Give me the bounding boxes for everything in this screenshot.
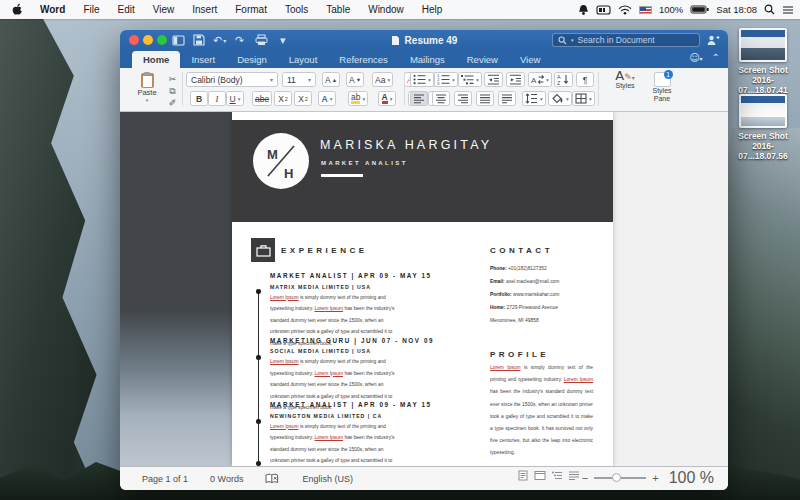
menu-items: WordFileEditViewInsertFormatToolsTableWi…: [31, 4, 451, 15]
toolbar-more-icon[interactable]: ▾: [280, 32, 286, 48]
strikethrough-button[interactable]: abe: [252, 91, 272, 106]
text-direction-button[interactable]: A: [528, 72, 552, 87]
spellcheck-icon[interactable]: [265, 473, 280, 485]
tab-insert[interactable]: Insert: [180, 51, 226, 68]
document-page[interactable]: M H MARISKA HARGITAY MARKET ANALIST EXPE…: [232, 112, 613, 466]
tab-view[interactable]: View: [509, 51, 551, 68]
line-spacing-button[interactable]: [522, 91, 546, 106]
numbering-button[interactable]: 123: [434, 72, 458, 87]
zoom-out-button[interactable]: −: [582, 472, 588, 484]
spotlight-icon[interactable]: [764, 4, 775, 15]
bell-icon[interactable]: [578, 4, 589, 16]
copy-icon[interactable]: ⧉: [166, 85, 179, 97]
bullets-button[interactable]: [410, 72, 434, 87]
zoom-in-button[interactable]: +: [652, 472, 658, 484]
zoom-button[interactable]: [157, 35, 167, 45]
align-distribute-button[interactable]: [498, 91, 516, 106]
borders-button[interactable]: [572, 91, 595, 106]
subscript-button[interactable]: X2: [274, 91, 292, 106]
change-case-button[interactable]: Aa: [372, 72, 393, 87]
minimize-button[interactable]: [143, 35, 153, 45]
tab-review[interactable]: Review: [456, 51, 509, 68]
format-painter-icon[interactable]: ✐: [166, 97, 179, 109]
close-button[interactable]: [129, 35, 139, 45]
print-icon[interactable]: [255, 32, 268, 48]
sidebar-toggle-icon[interactable]: [172, 32, 185, 48]
tab-references[interactable]: References: [328, 51, 399, 68]
superscript-button[interactable]: X2: [294, 91, 312, 106]
menu-item-file[interactable]: File: [74, 4, 108, 15]
menu-item-edit[interactable]: Edit: [109, 4, 144, 15]
shrink-font-button[interactable]: A▼: [346, 72, 364, 87]
zoom-percent[interactable]: 100 %: [669, 469, 714, 487]
align-center-button[interactable]: [432, 91, 450, 106]
font-size-select[interactable]: 11: [282, 72, 316, 87]
outline-view-icon[interactable]: [551, 470, 563, 481]
multilevel-list-button[interactable]: [458, 72, 482, 87]
show-marks-button[interactable]: ¶: [576, 72, 594, 87]
tab-layout[interactable]: Layout: [278, 51, 329, 68]
underline-button[interactable]: U: [226, 91, 244, 106]
menu-bar-clock[interactable]: Sat 18:08: [716, 4, 757, 15]
font-name-select[interactable]: Calibri (Body): [186, 72, 278, 87]
print-layout-view-icon[interactable]: [517, 470, 529, 481]
search-input[interactable]: ▾ Search in Document: [552, 33, 700, 47]
sort-button[interactable]: AZ: [554, 72, 573, 87]
align-right-button[interactable]: [454, 91, 472, 106]
feedback-smiley-icon[interactable]: ☺▾: [689, 52, 702, 63]
menu-item-format[interactable]: Format: [226, 4, 276, 15]
word-count[interactable]: 0 Words: [210, 474, 243, 484]
menu-item-word[interactable]: Word: [31, 4, 74, 15]
grow-font-button[interactable]: A▲: [322, 72, 340, 87]
body-text: has been the industry's standard dummy t…: [490, 389, 593, 455]
increase-indent-button[interactable]: [506, 72, 525, 87]
contact-label: Email:: [490, 279, 506, 284]
language-indicator[interactable]: English (US): [302, 474, 353, 484]
text-effects-button[interactable]: A: [318, 91, 336, 106]
menu-item-insert[interactable]: Insert: [183, 4, 226, 15]
zoom-slider-thumb[interactable]: [612, 473, 621, 482]
window-title-bar[interactable]: ↶▾ ↷ ▾ Resume 49 ▾ Search in Document: [120, 30, 728, 50]
styles-button[interactable]: A✎▾ Styles: [608, 72, 642, 89]
input-source-flag-icon[interactable]: [639, 6, 652, 14]
redo-icon[interactable]: ↷: [235, 32, 244, 48]
collapse-ribbon-icon[interactable]: ⌃: [712, 52, 720, 63]
zoom-slider[interactable]: [594, 477, 646, 479]
contact-label: Home:: [490, 305, 507, 310]
desktop-icon-screenshot[interactable]: Screen Shot2016-07...18.07.41: [730, 28, 796, 95]
battery-percent: 100%: [659, 4, 683, 15]
apple-menu-icon[interactable]: [0, 3, 31, 16]
paste-button[interactable]: Paste ▾: [132, 72, 162, 107]
draft-view-icon[interactable]: [568, 470, 580, 481]
save-icon[interactable]: [193, 32, 205, 48]
align-justify-button[interactable]: [476, 91, 494, 106]
desktop-icon-screenshot[interactable]: Screen Shot2016-07...18.07.56: [730, 94, 796, 161]
share-person-icon[interactable]: [706, 32, 720, 48]
tab-home[interactable]: Home: [132, 51, 180, 68]
menu-item-table[interactable]: Table: [317, 4, 359, 15]
cut-icon[interactable]: ✂: [166, 73, 179, 85]
wifi-icon[interactable]: [618, 5, 632, 15]
menu-item-tools[interactable]: Tools: [276, 4, 317, 15]
decrease-indent-button[interactable]: [484, 72, 503, 87]
font-color-button[interactable]: A: [378, 91, 396, 106]
highlight-button[interactable]: ab: [348, 91, 368, 106]
menu-item-view[interactable]: View: [144, 4, 184, 15]
undo-icon[interactable]: ↶▾: [213, 32, 226, 48]
styles-pane-button[interactable]: 1 Styles Pane: [644, 72, 680, 102]
italic-button[interactable]: I: [208, 91, 226, 106]
web-layout-view-icon[interactable]: [534, 470, 546, 481]
menu-item-window[interactable]: Window: [359, 4, 413, 15]
notification-center-icon[interactable]: [782, 5, 794, 15]
svg-text:A: A: [531, 76, 537, 85]
tab-design[interactable]: Design: [226, 51, 278, 68]
menu-item-help[interactable]: Help: [413, 4, 452, 15]
battery-icon[interactable]: [690, 5, 709, 14]
shading-button[interactable]: [548, 91, 572, 106]
page-count[interactable]: Page 1 of 1: [142, 474, 188, 484]
keyboard-battery-icon[interactable]: [596, 5, 611, 15]
tab-mailings[interactable]: Mailings: [399, 51, 456, 68]
align-left-button[interactable]: [410, 91, 428, 106]
styles-pane-label: Styles Pane: [644, 87, 680, 102]
bold-button[interactable]: B: [190, 91, 208, 106]
